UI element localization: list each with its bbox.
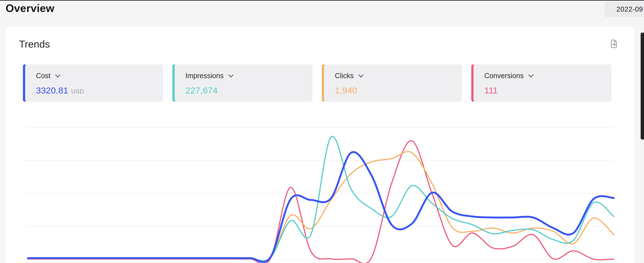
series-line-impressions	[28, 136, 614, 261]
window-top-edge	[0, 0, 644, 1]
series-line-clicks	[28, 151, 614, 261]
trends-line-chart	[0, 0, 644, 263]
series-line-cost	[28, 152, 614, 262]
vertical-scrollbar-thumb[interactable]	[641, 33, 644, 140]
